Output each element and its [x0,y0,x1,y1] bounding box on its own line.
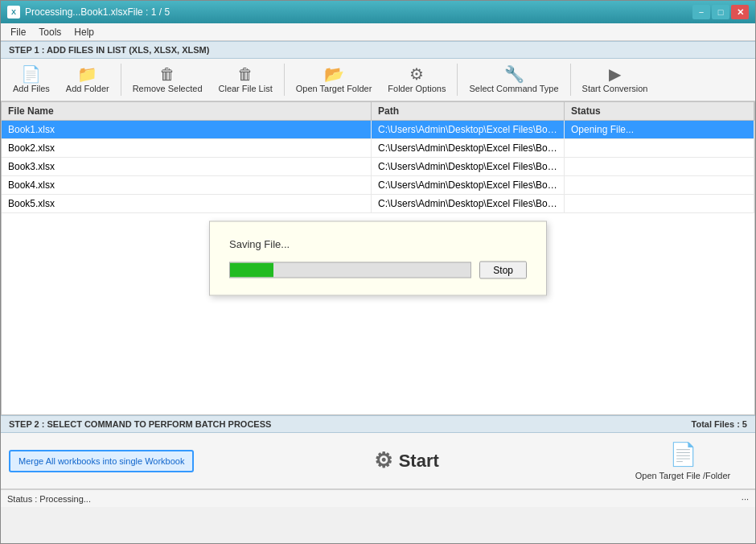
progress-bar-container: Stop [229,262,527,279]
open-target-folder-label: Open Target Folder [296,84,372,93]
col-status: Status [565,102,754,120]
progress-dialog: Saving File... Stop [209,221,547,296]
gear-icon: ⚙ [374,448,392,473]
status-bar: Status : Processing... ··· [1,489,755,507]
row3-status [565,158,754,175]
status-text: Status : Processing... [7,494,91,504]
close-button[interactable]: ✕ [731,5,749,19]
clear-file-list-icon: 🗑 [237,66,253,82]
file-list-header: File Name Path Status [2,102,754,121]
maximize-button[interactable]: □ [712,5,729,19]
add-folder-label: Add Folder [66,84,109,93]
row2-status [565,139,754,157]
select-command-type-button[interactable]: 🔧 Select Command Type [462,62,565,97]
row1-status: Opening File... [565,121,754,138]
toolbar: 📄 Add Files 📁 Add Folder 🗑 Remove Select… [1,59,755,101]
open-target-folder-button[interactable]: 📂 Open Target Folder [289,62,380,97]
divider-3 [457,64,458,96]
open-target-section[interactable]: 📄 Open Target File /Folder [618,441,747,480]
divider-4 [570,64,571,96]
table-row[interactable]: Book2.xlsx C:\Users\Admin\Desktop\Excel … [2,139,754,158]
col-filename: File Name [2,102,372,120]
app-icon: X [7,6,20,19]
folder-options-button[interactable]: ⚙ Folder Options [380,62,453,97]
table-row[interactable]: Book1.xlsx C:\Users\Admin\Desktop\Excel … [2,121,754,139]
clear-file-list-label: Clear File List [219,84,273,93]
step2-bar: STEP 2 : SELECT COMMAND TO PERFORM BATCH… [1,415,755,433]
open-target-icon: 📄 [669,441,697,468]
divider-2 [284,64,285,96]
start-button[interactable]: ⚙ Start [374,448,439,473]
row5-status [565,195,754,212]
row5-name: Book5.xlsx [2,195,372,212]
main-content: File Name Path Status Book1.xlsx C:\User… [1,101,755,415]
title-bar-left: X Processing...Book1.xlsxFile : 1 / 5 [7,6,170,19]
menu-file[interactable]: File [4,25,32,39]
resize-grip: ··· [742,494,749,504]
stop-button[interactable]: Stop [479,262,527,279]
app-window: X Processing...Book1.xlsxFile : 1 / 5 − … [0,0,756,544]
open-target-label: Open Target File /Folder [635,471,730,480]
minimize-button[interactable]: − [692,5,710,19]
total-files: Total Files : 5 [692,419,747,429]
table-row[interactable]: Book3.xlsx C:\Users\Admin\Desktop\Excel … [2,158,754,176]
menu-help[interactable]: Help [68,25,101,39]
row4-path: C:\Users\Admin\Desktop\Excel Files\Book.… [372,176,565,194]
menu-bar: File Tools Help [1,23,755,41]
table-row[interactable]: Book4.xlsx C:\Users\Admin\Desktop\Excel … [2,176,754,195]
row5-path: C:\Users\Admin\Desktop\Excel Files\Book.… [372,195,565,212]
select-command-label: Select Command Type [469,84,558,93]
row4-status [565,176,754,194]
row2-path: C:\Users\Admin\Desktop\Excel Files\Book.… [372,139,565,157]
row1-path: C:\Users\Admin\Desktop\Excel Files\Book.… [372,121,565,138]
clear-file-list-button[interactable]: 🗑 Clear File List [212,62,280,97]
start-conversion-icon: ▶ [609,66,621,82]
row4-name: Book4.xlsx [2,176,372,194]
add-folder-button[interactable]: 📁 Add Folder [59,62,117,97]
select-command-icon: 🔧 [504,66,524,82]
row3-path: C:\Users\Admin\Desktop\Excel Files\Book.… [372,158,565,175]
open-target-folder-icon: 📂 [324,66,344,82]
step2-header: STEP 2 : SELECT COMMAND TO PERFORM BATCH… [9,419,271,429]
row3-name: Book3.xlsx [2,158,372,175]
folder-options-icon: ⚙ [409,66,424,82]
add-files-button[interactable]: 📄 Add Files [6,62,57,97]
command-button[interactable]: Merge All workbooks into single Workbook [9,450,194,472]
menu-tools[interactable]: Tools [32,25,68,39]
add-files-icon: 📄 [21,66,41,82]
divider-1 [121,64,121,96]
remove-selected-label: Remove Selected [133,84,203,93]
progress-text: Saving File... [229,238,527,250]
progress-bar-fill [230,263,273,278]
bottom-toolbar: Merge All workbooks into single Workbook… [1,433,755,489]
folder-options-label: Folder Options [388,84,446,93]
start-conversion-label: Start Conversion [582,84,648,93]
remove-selected-icon: 🗑 [159,66,175,82]
table-row[interactable]: Book5.xlsx C:\Users\Admin\Desktop\Excel … [2,195,754,213]
add-folder-icon: 📁 [77,66,97,82]
step1-header: STEP 1 : ADD FILES IN LIST (XLS, XLSX, X… [1,41,755,59]
row2-name: Book2.xlsx [2,139,372,157]
start-label: Start [399,451,439,472]
col-path: Path [372,102,565,120]
add-files-label: Add Files [13,84,50,93]
window-controls: − □ ✕ [692,5,749,19]
row1-name: Book1.xlsx [2,121,372,138]
remove-selected-button[interactable]: 🗑 Remove Selected [125,62,210,97]
progress-bar-background [229,262,471,278]
window-title: Processing...Book1.xlsxFile : 1 / 5 [25,6,170,18]
title-bar: X Processing...Book1.xlsxFile : 1 / 5 − … [1,1,755,23]
start-conversion-button[interactable]: ▶ Start Conversion [575,62,655,97]
start-section: ⚙ Start [194,448,618,473]
